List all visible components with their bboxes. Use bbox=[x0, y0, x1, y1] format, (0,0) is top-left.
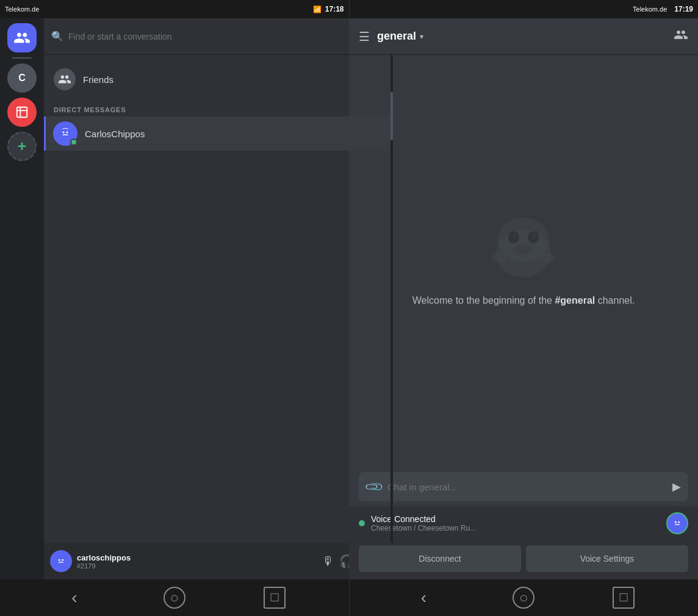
online-indicator bbox=[70, 138, 77, 146]
status-icons-left: 📶 17:18 bbox=[313, 5, 344, 13]
svg-point-17 bbox=[541, 253, 555, 263]
friends-label: Friends bbox=[83, 74, 113, 85]
voice-buttons: Disconnect Voice Settings bbox=[349, 540, 698, 579]
chat-input-wrap: 📎 ▶ bbox=[349, 467, 698, 506]
svg-point-13 bbox=[513, 234, 517, 239]
svg-rect-0 bbox=[17, 107, 27, 118]
c-server-icon[interactable]: C bbox=[7, 63, 37, 93]
username-display: carloschippos bbox=[77, 553, 317, 562]
welcome-prefix: Welcome to the beginning of the bbox=[412, 295, 555, 306]
home-button-left[interactable]: ○ bbox=[164, 587, 185, 609]
disconnect-button[interactable]: Disconnect bbox=[359, 545, 521, 572]
dm-scrollbar bbox=[390, 55, 393, 543]
server-divider bbox=[12, 57, 32, 59]
chat-input-bar: 📎 ▶ bbox=[359, 472, 688, 501]
svg-point-16 bbox=[492, 253, 506, 263]
back-button-left[interactable]: ‹ bbox=[63, 587, 85, 609]
server-sidebar: C + bbox=[0, 18, 44, 579]
members-button[interactable] bbox=[674, 27, 688, 45]
channel-name-bold: #general bbox=[555, 295, 595, 306]
svg-point-18 bbox=[671, 517, 683, 529]
svg-point-3 bbox=[59, 127, 72, 140]
dm-scrollbar-thumb bbox=[390, 91, 393, 140]
svg-point-10 bbox=[498, 218, 549, 262]
friends-icon bbox=[54, 68, 76, 90]
red-server-icon[interactable] bbox=[7, 98, 37, 127]
recents-button-right[interactable]: ☐ bbox=[613, 587, 635, 609]
add-server-label: + bbox=[18, 138, 26, 155]
dm-panel-inner: Friends DIRECT MESSAGES bbox=[44, 55, 393, 543]
dm-section-header: DIRECT MESSAGES bbox=[44, 96, 393, 116]
user-avatar bbox=[50, 550, 72, 572]
right-panel: ☰ general ▾ bbox=[349, 18, 698, 579]
dm-panel: 🔍 ⋮ Friends DIRECT bbox=[44, 18, 393, 579]
channel-name-wrap[interactable]: general ▾ bbox=[377, 30, 423, 43]
time-right: 17:19 bbox=[674, 5, 693, 13]
voice-status: Voice Connected bbox=[371, 514, 660, 524]
discord-mascot bbox=[487, 214, 560, 281]
c-server-label: C bbox=[18, 73, 26, 84]
welcome-suffix: channel. bbox=[595, 295, 635, 306]
user-discriminator: #2179 bbox=[77, 562, 317, 570]
svg-point-5 bbox=[67, 132, 68, 134]
welcome-text: Welcome to the beginning of the #general… bbox=[412, 293, 635, 308]
status-bar: Telekom.de 📶 17:18 Telekom.de 17:19 bbox=[0, 0, 698, 18]
search-input[interactable] bbox=[68, 32, 369, 41]
dm-username: CarlosChippos bbox=[85, 129, 145, 139]
mic-button[interactable]: 🎙 bbox=[322, 554, 334, 568]
chat-input[interactable] bbox=[387, 482, 666, 492]
bottom-nav-left: ‹ ○ ☐ bbox=[0, 579, 349, 616]
hamburger-button[interactable]: ☰ bbox=[359, 29, 370, 44]
search-icon: 🔍 bbox=[51, 30, 63, 42]
back-button-right[interactable]: ‹ bbox=[412, 587, 434, 609]
dm-server-icon[interactable] bbox=[7, 23, 37, 52]
svg-point-4 bbox=[63, 132, 65, 134]
svg-point-15 bbox=[514, 245, 533, 254]
dm-user-avatar-wrap bbox=[53, 121, 77, 146]
voice-settings-button[interactable]: Voice Settings bbox=[526, 545, 688, 572]
carrier-left: Telekom.de bbox=[5, 5, 39, 13]
channel-dropdown-arrow: ▾ bbox=[420, 32, 423, 41]
recents-button-left[interactable]: ☐ bbox=[264, 587, 286, 609]
dm-list: Friends DIRECT MESSAGES bbox=[44, 55, 393, 543]
chat-area: Welcome to the beginning of the #general… bbox=[349, 55, 698, 467]
svg-point-14 bbox=[532, 234, 537, 239]
svg-point-19 bbox=[675, 521, 677, 523]
voice-info: Voice Connected Cheesetown / Cheesetown … bbox=[371, 514, 660, 532]
carrier-right: Telekom.de bbox=[633, 5, 667, 13]
status-bar-left: Telekom.de 📶 17:18 bbox=[0, 0, 349, 18]
channel-header: ☰ general ▾ bbox=[349, 18, 698, 55]
dm-search-bar[interactable]: 🔍 ⋮ bbox=[44, 18, 393, 55]
svg-point-7 bbox=[59, 559, 60, 561]
main-content: C + 🔍 ⋮ bbox=[0, 18, 698, 579]
left-panel: C + 🔍 ⋮ bbox=[0, 18, 349, 579]
user-bar: carloschippos #2179 🎙 🎧 ⚙ ▶ bbox=[44, 543, 393, 579]
status-bar-right: Telekom.de 17:19 bbox=[350, 0, 699, 18]
send-button[interactable]: ▶ bbox=[672, 480, 681, 493]
user-name-tag: carloschippos #2179 bbox=[77, 553, 317, 570]
svg-point-8 bbox=[62, 559, 63, 561]
svg-point-20 bbox=[678, 521, 680, 523]
bottom-nav-right: ‹ ○ ☐ bbox=[350, 579, 699, 616]
add-server-icon[interactable]: + bbox=[7, 132, 37, 161]
dm-user-item[interactable]: CarlosChippos bbox=[44, 116, 393, 151]
voice-channel: Cheesetown / Cheesetown Ru... bbox=[371, 524, 660, 532]
home-button-right[interactable]: ○ bbox=[513, 587, 534, 609]
channel-name: general bbox=[377, 30, 416, 43]
friends-item[interactable]: Friends bbox=[44, 62, 393, 96]
svg-point-6 bbox=[55, 555, 67, 567]
voice-bar: Voice Connected Cheesetown / Cheesetown … bbox=[349, 506, 698, 540]
bottom-nav: ‹ ○ ☐ ‹ ○ ☐ bbox=[0, 579, 698, 616]
time-left: 17:18 bbox=[325, 5, 344, 13]
voice-user-avatar bbox=[666, 512, 688, 534]
